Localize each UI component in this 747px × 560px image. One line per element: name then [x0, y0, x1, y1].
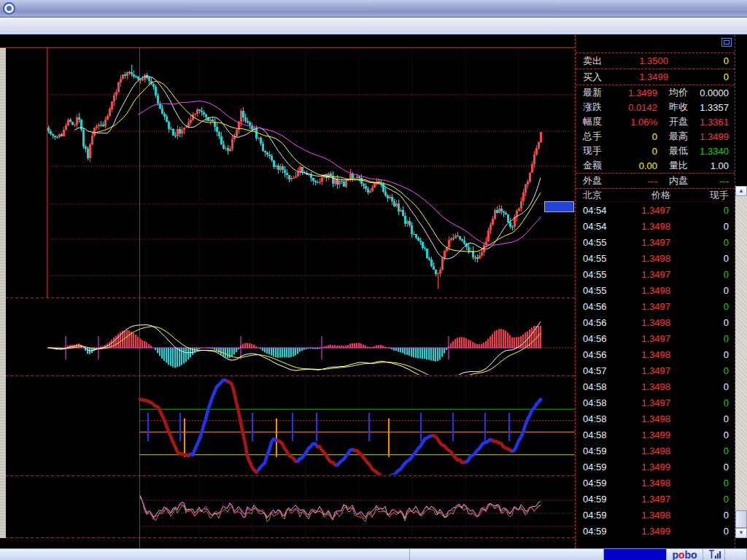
quote-scrollbar[interactable]: ▲ ▼: [735, 186, 747, 538]
field-value: 1.3357: [694, 102, 735, 113]
tape-time: 04:59: [576, 478, 614, 489]
field-label: 最新: [576, 86, 612, 99]
field-label: 均价: [657, 86, 694, 99]
main-content: 卖出1.35000买入1.34990 最新1.3499均价0.0000涨跌0.0…: [0, 35, 747, 548]
tape-row: 04:561.34980: [576, 314, 735, 330]
session-divider: [139, 538, 140, 548]
tape-row: 04:581.34980: [576, 378, 735, 394]
tape-volume: 0: [670, 397, 735, 408]
signal-strength-icon: [703, 549, 725, 560]
field-value: ---: [612, 176, 657, 187]
field-value: ---: [694, 176, 735, 187]
tape-row: 04:581.34990: [576, 427, 735, 443]
tape-volume: 0: [670, 301, 735, 312]
tape-volume: 0: [670, 205, 735, 216]
clock: [725, 549, 747, 560]
status-bar: pobo: [0, 548, 747, 560]
tape-volume: 0: [670, 237, 735, 248]
quote-field-row: 总手0最高1.3499: [576, 129, 735, 144]
tape-row: 04:551.34980: [576, 250, 735, 266]
tape-time: 04:56: [576, 317, 614, 328]
tape-price: 1.3498: [614, 349, 670, 360]
tape-time: 04:59: [576, 510, 614, 521]
tape-price: 1.3497: [614, 494, 670, 505]
tape-price: 1.3497: [614, 205, 670, 216]
quote-field-row: 幅度1.06%开盘1.3361: [576, 114, 735, 129]
scroll-up-icon[interactable]: ▲: [735, 186, 747, 196]
bid-ask-row: 卖出1.35000: [576, 53, 735, 69]
tape-volume: 0: [670, 478, 735, 489]
tape-price: 1.3497: [614, 397, 670, 408]
chart-plot[interactable]: [0, 48, 575, 538]
quote-field-row: 外盘---内盘---: [576, 173, 735, 188]
tape-time: 04:56: [576, 349, 614, 360]
tape-price: 1.3498: [614, 317, 670, 328]
bid-ask-volume: 0: [668, 55, 735, 66]
splitter-strip[interactable]: [0, 48, 6, 548]
tape-volume: 0: [670, 253, 735, 264]
tape-price: 1.3497: [614, 269, 670, 280]
brand-logo: pobo: [667, 549, 703, 560]
tape-row: 04:591.34990: [576, 459, 735, 475]
tape-time: 04:58: [576, 397, 614, 408]
tape-time: 04:59: [576, 526, 614, 537]
tape-time: 04:58: [576, 413, 614, 424]
brand-letter: o: [678, 549, 685, 560]
tape-time: 04:57: [576, 365, 614, 376]
field-label: 金额: [576, 159, 612, 172]
tape-volume: 0: [670, 285, 735, 296]
tape-row: 04:551.34970: [576, 266, 735, 282]
tape-row: 04:561.34980: [576, 346, 735, 362]
title-bar: [0, 0, 747, 18]
tape-header: 北京价格现手: [576, 188, 735, 202]
tape-volume: 0: [670, 494, 735, 505]
field-value: 0: [612, 146, 657, 157]
scroll-down-icon[interactable]: ▼: [735, 528, 747, 538]
tape-price: 1.3498: [614, 478, 670, 489]
field-label: 最低: [657, 144, 694, 158]
brand-letter: o: [691, 549, 697, 560]
field-value: 1.3499: [694, 131, 735, 142]
tape-price: 1.3497: [614, 237, 670, 248]
chart-area: [0, 35, 575, 548]
field-value: 0.00: [612, 160, 657, 171]
tape-volume: 0: [670, 221, 735, 232]
alert-badge[interactable]: [604, 549, 667, 560]
field-value: 1.3499: [612, 88, 657, 98]
tape-time: 04:55: [576, 285, 614, 296]
index-summary[interactable]: [0, 549, 410, 560]
tape-volume: 0: [670, 446, 735, 456]
tape-price: 1.3499: [614, 526, 670, 537]
field-label: 总手: [576, 130, 612, 143]
quote-field-row: 最新1.3499均价0.0000: [576, 85, 735, 100]
tape-row: 04:561.34970: [576, 330, 735, 346]
tape-price: 1.3498: [614, 285, 670, 296]
tape-volume: 0: [670, 333, 735, 344]
tape-price: 1.3498: [614, 413, 670, 424]
tape-volume: 0: [670, 349, 735, 360]
tape-time: 04:56: [576, 301, 614, 312]
tape-price: 1.3498: [614, 446, 670, 456]
tape-row: 04:591.34970: [576, 491, 735, 507]
brand-letter: p: [672, 549, 678, 560]
status-spacer: [410, 549, 604, 560]
tape-header-cell: 价格: [614, 189, 670, 202]
tape-price: 1.3499: [614, 429, 670, 440]
x-axis: [0, 538, 575, 548]
field-label: 外盘: [576, 174, 612, 187]
tape-time: 04:55: [576, 269, 614, 280]
tape-row: 04:581.34980: [576, 411, 735, 427]
tape-volume: 0: [670, 510, 735, 521]
field-label: 昨收: [657, 101, 694, 114]
tape-volume: 0: [670, 381, 735, 392]
tape-price: 1.3498: [614, 253, 670, 264]
panel-mode-icon[interactable]: [721, 38, 732, 47]
bid-ask-volume: 0: [668, 71, 735, 82]
field-label: 内盘: [657, 174, 694, 187]
scrollbar-thumb[interactable]: [735, 510, 747, 528]
brand-letter: b: [685, 549, 692, 560]
tape-volume: 0: [670, 462, 735, 472]
tape-row: 04:581.34970: [576, 394, 735, 411]
field-value: 1.3361: [694, 117, 735, 128]
tape-row: 04:591.34980: [576, 475, 735, 491]
